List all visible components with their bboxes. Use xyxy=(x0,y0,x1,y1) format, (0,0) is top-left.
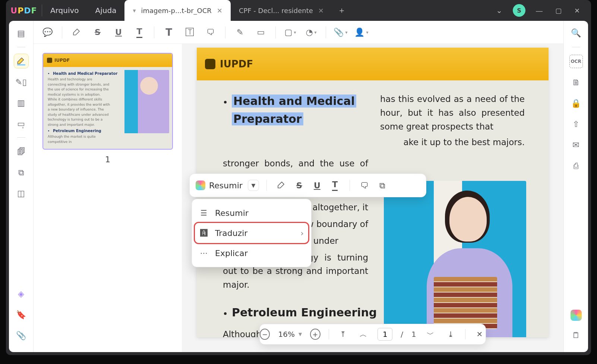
divider xyxy=(266,180,267,191)
close-icon[interactable]: ✕ xyxy=(217,7,222,15)
maximize-icon[interactable]: ▢ xyxy=(555,7,562,15)
zoom-level[interactable]: 16%▼ xyxy=(278,330,302,339)
text-tool-icon[interactable]: T xyxy=(161,25,177,40)
thumb-text: Health and technology are connecting wit… xyxy=(48,77,111,127)
highlighter-icon[interactable] xyxy=(14,54,28,68)
edit-tool-icon[interactable]: ✎▯ xyxy=(14,75,28,89)
shape-dropdown[interactable]: ▢▾ xyxy=(282,25,298,40)
divider xyxy=(465,329,465,339)
comment-icon[interactable]: 🗨 xyxy=(357,178,372,192)
notes-icon[interactable]: 🗒 xyxy=(569,328,583,342)
highlight-icon[interactable] xyxy=(69,25,85,40)
textbox-tool-icon[interactable]: 🅃 xyxy=(182,25,198,40)
right-toolbar: 🔍 OCR 🗎 🔒 ⇧ ✉ ⎙ 🗒 xyxy=(563,21,588,352)
highlight-icon[interactable] xyxy=(274,178,288,192)
selected-heading[interactable]: Health and Medical xyxy=(232,95,356,108)
thumb-heading: Petroleum Engineering xyxy=(53,128,168,134)
selected-heading[interactable]: Preparator xyxy=(232,112,303,125)
ai-icon[interactable] xyxy=(571,310,582,321)
page-nav-bar: − 16%▼ + ⤒ ︿ 1 / 1 ﹀ ⤓ ✕ xyxy=(259,324,486,345)
zoom-in-button[interactable]: + xyxy=(310,329,320,340)
close-nav-button[interactable]: ✕ xyxy=(474,328,486,341)
layers-icon[interactable]: ◈ xyxy=(14,287,28,301)
page-total: 1 xyxy=(411,330,416,339)
bookmark-icon[interactable]: 🔖 xyxy=(14,307,28,322)
ai-action-label[interactable]: Resumir xyxy=(209,181,243,190)
pencil-icon[interactable]: ✎ xyxy=(232,25,248,40)
first-page-button[interactable]: ⤒ xyxy=(337,328,349,341)
last-page-button[interactable]: ⤓ xyxy=(445,328,457,341)
underline-icon[interactable]: U xyxy=(310,178,324,192)
tab-dropdown-icon[interactable]: ▾ xyxy=(133,7,136,14)
underline-icon[interactable]: U xyxy=(111,25,126,40)
tab-inactive[interactable]: CPF - Decl... residente ✕ xyxy=(231,0,332,21)
crop-tool-icon[interactable]: ⧉ xyxy=(14,165,28,179)
document-area[interactable]: IUPDF Health and Medical Preparator has … xyxy=(182,44,563,352)
copy-icon[interactable]: ⧉ xyxy=(375,178,389,192)
squiggly-icon[interactable]: T xyxy=(132,25,147,40)
comment-icon[interactable]: 💬 xyxy=(40,25,55,40)
pages-tool-icon[interactable]: 🗐 xyxy=(14,144,28,159)
menu-explicar[interactable]: ⋯ Explicar xyxy=(192,243,311,263)
menu-resumir[interactable]: ☰ Resumir xyxy=(192,203,311,223)
squiggly-icon[interactable]: T xyxy=(328,178,342,192)
menu-help[interactable]: Ajuda xyxy=(87,0,125,21)
divider xyxy=(350,180,350,191)
add-tab-button[interactable]: ＋ xyxy=(332,0,351,21)
print-icon[interactable]: ⎙ xyxy=(569,159,583,172)
search-icon[interactable]: 🔍 xyxy=(569,26,583,39)
zoom-out-button[interactable]: − xyxy=(260,329,270,340)
attach-dropdown[interactable]: 📎▾ xyxy=(333,25,348,40)
sign-dropdown[interactable]: 👤▾ xyxy=(354,25,369,40)
divider xyxy=(154,26,154,38)
translate-icon: 🅰 xyxy=(199,229,208,237)
close-window-icon[interactable]: ✕ xyxy=(574,7,580,15)
close-icon[interactable]: ✕ xyxy=(318,7,324,15)
chevron-down-icon[interactable]: ⌄ xyxy=(496,6,502,15)
chevron-right-icon: › xyxy=(300,229,304,238)
divider xyxy=(329,329,329,339)
page-photo xyxy=(384,181,526,337)
tab-active[interactable]: ▾ imagem-p...t-br_OCR ✕ xyxy=(124,0,230,21)
chevron-down-icon[interactable]: ▼ xyxy=(298,332,302,337)
reader-icon[interactable]: ▤ xyxy=(14,26,28,40)
body-text[interactable]: has this evolved as a need of the hour, … xyxy=(380,92,525,133)
ocr-icon[interactable]: OCR xyxy=(569,55,583,68)
user-avatar[interactable]: S xyxy=(513,4,525,17)
eraser-icon[interactable]: ▭ xyxy=(253,25,269,40)
menu-label: Explicar xyxy=(215,249,248,258)
menu-traduzir[interactable]: 🅰 Traduzir › xyxy=(195,223,308,243)
tab-label: imagem-p...t-br_OCR xyxy=(141,7,211,15)
compare-tool-icon[interactable]: ◫ xyxy=(14,186,28,200)
page-banner: IUPDF xyxy=(197,48,549,80)
page-tool-icon[interactable]: ▥ xyxy=(14,96,28,110)
share-icon[interactable]: ⇧ xyxy=(569,117,583,131)
page-logo-icon xyxy=(205,59,215,69)
convert-icon[interactable]: 🗎 xyxy=(569,76,583,89)
callout-tool-icon[interactable]: 🗨 xyxy=(203,25,218,40)
ai-logo-icon xyxy=(196,181,205,190)
divider xyxy=(572,47,580,47)
annotation-toolbar: 💬 S U T T 🅃 🗨 ✎ ▭ ▢▾ ◔▾ 📎▾ 👤▾ xyxy=(34,21,563,44)
prev-page-button[interactable]: ︿ xyxy=(357,328,369,341)
form-tool-icon[interactable]: ▭̩ xyxy=(14,116,28,131)
strikeout-icon[interactable]: S xyxy=(90,25,105,40)
menu-file[interactable]: Arquivo xyxy=(42,0,87,21)
divider xyxy=(17,137,25,138)
next-page-button[interactable]: ﹀ xyxy=(424,328,436,341)
page-thumbnail[interactable]: IUPDF Health and Medical Preparator Heal… xyxy=(42,53,173,150)
page-input[interactable]: 1 xyxy=(378,328,392,341)
body-text[interactable]: ake it up to the best majors. xyxy=(223,135,525,149)
protect-icon[interactable]: 🔒 xyxy=(569,96,583,110)
ai-dropdown-button[interactable]: ▼ xyxy=(248,180,259,191)
thumb-logo: IUPDF xyxy=(54,58,70,63)
app-logo: UPDF xyxy=(6,0,42,21)
divider xyxy=(225,26,225,38)
email-icon[interactable]: ✉ xyxy=(569,138,583,151)
divider xyxy=(62,26,62,38)
strikeout-icon[interactable]: S xyxy=(292,178,306,192)
sticker-dropdown[interactable]: ◔▾ xyxy=(303,25,319,40)
minimize-icon[interactable]: ― xyxy=(536,7,543,15)
attachment-icon[interactable]: 📎 xyxy=(14,328,28,342)
explain-icon: ⋯ xyxy=(199,249,208,258)
